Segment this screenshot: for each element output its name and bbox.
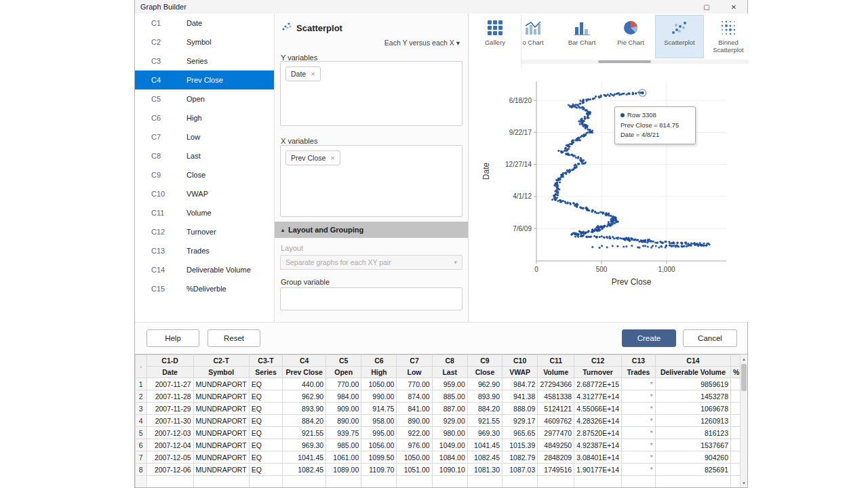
toolbar-horizontal-scrollbar[interactable] (521, 60, 749, 64)
layout-grouping-section-header[interactable]: ▴ Layout and Grouping (275, 222, 468, 238)
column-list-item-c9[interactable]: C9Close (135, 165, 274, 184)
cell[interactable]: 1087.03 (502, 464, 538, 476)
cell[interactable]: 4.31277E+14 (574, 390, 622, 403)
cell[interactable]: 962.90 (283, 390, 326, 403)
cell[interactable]: 995.00 (361, 427, 397, 439)
cell[interactable]: 1082.45 (467, 451, 502, 464)
cell[interactable]: EQ (249, 427, 283, 439)
cell[interactable]: 941.38 (502, 390, 538, 403)
cell[interactable]: 9859619 (655, 378, 730, 390)
cell[interactable]: 984.72 (502, 378, 538, 390)
column-designation-header[interactable]: C10 (502, 355, 538, 367)
select-all-corner[interactable]: ↓ (136, 355, 147, 378)
column-name-header[interactable]: Series (249, 367, 283, 378)
column-designation-header[interactable]: C2-T (193, 355, 249, 367)
column-designation-header[interactable]: C11 (538, 355, 574, 367)
cell[interactable]: EQ (249, 415, 283, 427)
cell[interactable]: 1050.00 (361, 378, 397, 390)
cell[interactable] (326, 476, 361, 488)
row-number[interactable]: 6 (136, 439, 147, 451)
scroll-up-icon[interactable]: ▲ (741, 354, 747, 363)
gallery-item-gallery[interactable]: Gallery (475, 15, 515, 58)
column-designation-header[interactable]: C12 (574, 355, 622, 367)
cell[interactable]: 965.65 (502, 427, 538, 439)
column-name-header[interactable]: Last (432, 367, 467, 378)
column-designation-header[interactable]: C7 (397, 355, 432, 367)
cell[interactable]: 929.00 (432, 415, 467, 427)
column-list-item-c6[interactable]: C6High (135, 108, 274, 127)
cell[interactable]: 1069678 (655, 403, 730, 415)
cell[interactable]: 893.90 (283, 403, 326, 415)
cell[interactable]: EQ (249, 378, 283, 390)
cell[interactable]: 2007-11-30 (146, 415, 193, 427)
cell[interactable]: 2007-12-06 (146, 464, 193, 476)
cell[interactable] (146, 476, 193, 488)
cell[interactable]: 2007-11-28 (146, 390, 193, 403)
cell[interactable]: MUNDRAPORT (193, 378, 249, 390)
cell[interactable]: MUNDRAPORT (193, 390, 249, 403)
column-name-header[interactable]: Date (146, 367, 193, 378)
column-name-header[interactable]: Deliverable Volume (655, 367, 730, 378)
column-list-item-c8[interactable]: C8Last (135, 146, 274, 165)
cell[interactable]: 1537667 (655, 439, 730, 451)
cell[interactable]: 27294366 (538, 378, 574, 390)
column-designation-header[interactable]: C4 (283, 355, 326, 367)
cell[interactable] (574, 476, 622, 488)
column-name-header[interactable]: Symbol (193, 367, 249, 378)
row-number[interactable]: 7 (136, 451, 147, 464)
row-number[interactable]: 8 (136, 464, 147, 476)
cell[interactable]: 980.00 (432, 427, 467, 439)
plot-mode-dropdown[interactable]: Each Y versus each X ▾ (384, 39, 460, 47)
scroll-down-icon[interactable]: ▼ (741, 479, 747, 487)
x-variable-chip[interactable]: Prev Close× (285, 150, 340, 165)
gallery-item-scatter[interactable]: Scatterplot (655, 15, 704, 58)
cell[interactable]: 1089.00 (326, 464, 361, 476)
cell[interactable]: 939.75 (326, 427, 361, 439)
cell[interactable]: 440.00 (283, 378, 326, 390)
cell[interactable]: MUNDRAPORT (193, 427, 249, 439)
cell[interactable]: 1049.00 (432, 439, 467, 451)
cell[interactable]: MUNDRAPORT (193, 403, 249, 415)
column-list-item-c11[interactable]: C11Volume (135, 203, 274, 222)
remove-icon[interactable]: × (330, 154, 334, 162)
cell[interactable]: EQ (249, 464, 283, 476)
scrollbar-thumb[interactable] (598, 60, 651, 63)
cell[interactable] (361, 476, 397, 488)
cell[interactable]: 4.92387E+14 (574, 439, 622, 451)
cell[interactable]: 1015.39 (502, 439, 538, 451)
column-list-item-c5[interactable]: C5Open (135, 89, 274, 108)
cell[interactable]: EQ (249, 451, 283, 464)
column-list-item-c15[interactable]: C15%Deliverble (135, 279, 274, 298)
cell[interactable]: EQ (249, 403, 283, 415)
cell[interactable]: 770.00 (326, 378, 361, 390)
cell[interactable]: 2007-11-27 (146, 378, 193, 390)
cell[interactable]: MUNDRAPORT (193, 464, 249, 476)
column-designation-header[interactable]: C13 (621, 355, 655, 367)
cell[interactable]: 976.00 (397, 439, 432, 451)
row-number[interactable]: 3 (136, 403, 147, 415)
cell[interactable]: 990.00 (361, 390, 397, 403)
cell[interactable]: 1749516 (538, 464, 574, 476)
cell[interactable]: 1.90177E+14 (574, 464, 622, 476)
cell[interactable]: 1090.10 (432, 464, 467, 476)
row-number[interactable]: 4 (136, 415, 147, 427)
title-bar[interactable]: Graph Builder ▢ ✕ (135, 0, 747, 14)
cell[interactable]: 841.00 (397, 403, 432, 415)
reset-button[interactable]: Reset (208, 329, 260, 347)
cell[interactable]: 2007-12-03 (146, 427, 193, 439)
cell[interactable]: 904260 (655, 451, 730, 464)
cell[interactable] (249, 476, 283, 488)
y-variables-dropzone[interactable]: Date× (280, 61, 462, 126)
cell[interactable]: 2977470 (538, 427, 574, 439)
column-list-item-c1[interactable]: C1Date (135, 14, 274, 33)
column-designation-header[interactable]: C3-T (249, 355, 283, 367)
gallery-item-pie[interactable]: Pie Chart (606, 15, 655, 58)
x-variables-dropzone[interactable]: Prev Close× (280, 145, 462, 217)
cell[interactable]: EQ (249, 390, 283, 403)
cell[interactable]: MUNDRAPORT (193, 451, 249, 464)
cell[interactable]: 1082.79 (502, 451, 538, 464)
cell[interactable] (621, 476, 655, 488)
column-designation-header[interactable]: C5 (326, 355, 361, 367)
column-list-item-c4[interactable]: C4Prev Close (135, 70, 274, 89)
cell[interactable]: 3.08401E+14 (574, 451, 622, 464)
